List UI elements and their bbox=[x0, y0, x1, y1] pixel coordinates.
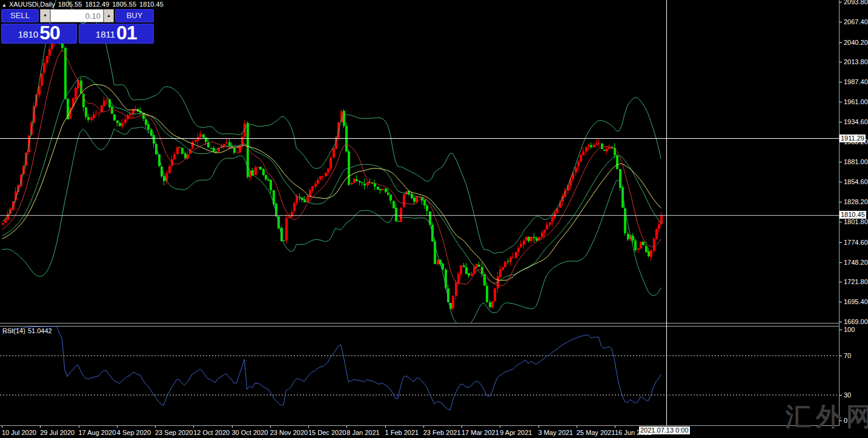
price-tick-label: 1987.40 bbox=[844, 78, 868, 85]
sell-price-button[interactable]: 1810 50 bbox=[1, 24, 77, 44]
volume-increase-button[interactable]: ▲ bbox=[104, 9, 114, 22]
time-tick-label: 25 May 2021 bbox=[577, 429, 615, 436]
bollinger-lower-band bbox=[2, 127, 661, 323]
price-tick-mark bbox=[840, 82, 842, 82]
price-tick-mark bbox=[840, 322, 842, 322]
price-tick-mark bbox=[840, 262, 842, 263]
time-tick-mark bbox=[385, 426, 386, 428]
rsi-tick-mark bbox=[840, 356, 842, 356]
slow-ma-line bbox=[2, 84, 661, 280]
crosshair-price-label: 1911.29 bbox=[840, 134, 866, 142]
rsi-tick-label: 70 bbox=[844, 352, 851, 359]
price-tick-mark bbox=[840, 2, 842, 2]
price-tick-label: 2013.80 bbox=[844, 58, 868, 65]
time-tick-mark bbox=[193, 426, 194, 428]
one-click-trading-panel: SELL ▼ ▲ BUY 1810 50 1811 01 bbox=[1, 9, 154, 44]
rsi-line bbox=[2, 327, 661, 410]
time-tick-mark bbox=[117, 426, 118, 428]
time-tick-mark bbox=[155, 426, 156, 428]
price-tick-mark bbox=[840, 42, 842, 43]
price-tick-label: 1828.20 bbox=[844, 198, 868, 205]
sell-button[interactable]: SELL bbox=[1, 9, 39, 22]
open-value: 1805.55 bbox=[58, 1, 82, 8]
buy-price-button[interactable]: 1811 01 bbox=[79, 24, 154, 44]
bear-candle-wicks bbox=[60, 32, 649, 309]
bull-candle-bodies bbox=[2, 35, 663, 308]
buy-price-big: 01 bbox=[116, 23, 137, 43]
time-tick-label: 15 Dec 2020 bbox=[308, 429, 346, 436]
crosshair-time-label: 2021.07.13 0:00 bbox=[639, 426, 690, 434]
price-tick-mark bbox=[840, 282, 842, 282]
symbol-period-label: XAUUSDi,Daily bbox=[9, 1, 55, 8]
time-tick-label: 8 Jan 2021 bbox=[346, 429, 379, 436]
time-tick-label: 17 Mar 2021 bbox=[462, 429, 499, 436]
rsi-indicator-label: RSI(14)51.0442 bbox=[2, 327, 55, 334]
time-tick-label: 23 Sep 2020 bbox=[155, 429, 193, 436]
price-tick-label: 1801.80 bbox=[844, 218, 868, 225]
time-tick-label: 23 Nov 2020 bbox=[270, 429, 308, 436]
time-tick-mark bbox=[308, 426, 309, 428]
time-tick-mark bbox=[346, 426, 347, 428]
time-tick-label: 10 Jul 2020 bbox=[2, 429, 36, 436]
price-tick-label: 1881.00 bbox=[844, 158, 868, 165]
symbol-ohlc-header: ▲XAUUSDi,Daily1805.551812.491805.551810.… bbox=[2, 1, 167, 8]
rsi-chart-canvas[interactable] bbox=[0, 326, 839, 426]
price-tick-label: 2093.80 bbox=[844, 0, 868, 5]
crosshair-vertical-line bbox=[666, 0, 667, 426]
time-tick-mark bbox=[577, 426, 577, 428]
price-tick-label: 1695.40 bbox=[844, 298, 868, 305]
price-tick-mark bbox=[840, 302, 842, 302]
rsi-tick-mark bbox=[840, 420, 842, 421]
crosshair-horizontal-line bbox=[0, 138, 839, 139]
time-tick-label: 1 Feb 2021 bbox=[385, 429, 419, 436]
volume-input[interactable] bbox=[50, 9, 104, 22]
price-tick-mark bbox=[840, 162, 842, 162]
trade-panel-top-row: SELL ▼ ▲ BUY bbox=[1, 9, 154, 22]
rsi-tick-label: 100 bbox=[844, 326, 855, 333]
sell-price-small: 1810 bbox=[18, 25, 38, 43]
time-tick-mark bbox=[232, 426, 233, 428]
time-tick-label: 9 Apr 2021 bbox=[500, 429, 532, 436]
price-tick-mark bbox=[840, 222, 842, 222]
time-tick-label: 30 Oct 2020 bbox=[232, 429, 268, 436]
price-tick-label: 1774.60 bbox=[844, 239, 868, 246]
buy-button[interactable]: BUY bbox=[115, 9, 154, 22]
bull-candle-wicks bbox=[3, 33, 661, 311]
time-tick-mark bbox=[500, 426, 500, 428]
time-tick-label: 29 Jul 2020 bbox=[40, 429, 75, 436]
volume-decrease-button[interactable]: ▼ bbox=[40, 9, 50, 22]
rsi-value: 51.0442 bbox=[28, 327, 52, 334]
price-tick-mark bbox=[840, 22, 842, 22]
bid-price-label: 1810.45 bbox=[840, 211, 866, 219]
bid-price-line bbox=[0, 215, 839, 216]
main-chart-bottom-border bbox=[0, 323, 839, 324]
time-tick-mark bbox=[270, 426, 271, 428]
time-tick-mark bbox=[615, 426, 615, 428]
price-tick-mark bbox=[840, 242, 842, 243]
rsi-tick-label: 0 bbox=[844, 417, 847, 424]
high-value: 1812.49 bbox=[85, 1, 109, 8]
time-tick-label: 3 May 2021 bbox=[538, 429, 573, 436]
time-tick-mark bbox=[2, 426, 2, 428]
price-tick-label: 1961.00 bbox=[844, 98, 868, 105]
price-tick-label: 1748.20 bbox=[844, 259, 868, 266]
time-axis[interactable]: 10 Jul 202029 Jul 202017 Aug 20204 Sep 2… bbox=[0, 426, 868, 438]
price-tick-label: 1721.80 bbox=[844, 278, 868, 285]
close-value: 1810.45 bbox=[139, 1, 164, 8]
rsi-tick-mark bbox=[840, 330, 842, 330]
sell-price-big: 50 bbox=[39, 23, 60, 43]
price-tick-label: 2067.40 bbox=[844, 18, 868, 25]
time-tick-mark bbox=[423, 426, 424, 428]
bear-candle-bodies bbox=[59, 35, 650, 309]
price-tick-label: 1669.00 bbox=[844, 318, 868, 325]
time-tick-mark bbox=[538, 426, 539, 428]
time-tick-mark bbox=[40, 426, 41, 428]
price-tick-label: 2040.20 bbox=[844, 39, 868, 46]
rsi-tick-label: 30 bbox=[844, 391, 851, 399]
price-tick-mark bbox=[840, 122, 842, 122]
time-tick-label: 17 Aug 2020 bbox=[79, 429, 116, 436]
price-chart-canvas[interactable] bbox=[0, 0, 839, 323]
rsi-name: RSI(14) bbox=[2, 327, 25, 334]
price-tick-mark bbox=[840, 182, 842, 182]
price-tick-mark bbox=[840, 62, 842, 62]
